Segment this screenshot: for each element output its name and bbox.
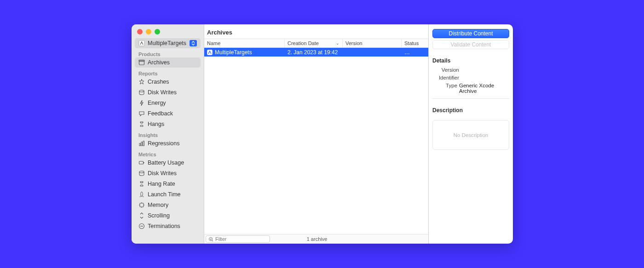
sidebar-item-archives[interactable]: Archives: [135, 57, 201, 68]
archive-icon: [138, 59, 145, 66]
sidebar-item-terminations[interactable]: Terminations: [135, 221, 201, 231]
disk-icon: [138, 89, 145, 96]
table-body: MultipleTargets 2. Jan 2023 at 19:42 …: [204, 48, 428, 234]
archives-pane: Archives Name Creation Date ⌄ Version St…: [204, 24, 429, 244]
column-header-date[interactable]: Creation Date ⌄: [285, 39, 343, 47]
sidebar-item-label: Memory: [148, 202, 168, 208]
sidebar-item-label: Launch Time: [148, 191, 181, 198]
column-header-date-label: Creation Date: [288, 40, 319, 46]
svg-rect-8: [144, 162, 144, 163]
sidebar-item-memory[interactable]: Memory: [135, 200, 201, 210]
sidebar-group-metrics: Metrics: [132, 149, 204, 158]
sidebar-item-label: Feedback: [148, 110, 173, 117]
table-header-row: Name Creation Date ⌄ Version Status: [204, 39, 428, 48]
sidebar-item-label: Disk Writes: [148, 170, 177, 177]
column-header-name[interactable]: Name: [204, 39, 285, 47]
app-icon: [207, 50, 213, 55]
window-controls: [132, 27, 204, 38]
row-name: MultipleTargets: [215, 49, 252, 56]
svg-rect-4: [139, 143, 141, 146]
sidebar-item-hangs[interactable]: Hangs: [135, 119, 201, 129]
sidebar-item-label: Battery Usage: [148, 160, 184, 166]
hourglass-icon: [138, 121, 145, 127]
sidebar-item-regressions[interactable]: Regressions: [135, 138, 201, 148]
details-section-header: Details: [432, 57, 509, 65]
table-footer: 1 archive: [204, 234, 428, 244]
sidebar-item-disk-writes-metrics[interactable]: Disk Writes: [135, 168, 201, 178]
chip-icon: [138, 202, 145, 208]
svg-point-3: [139, 90, 144, 92]
filter-icon: [208, 237, 213, 242]
sidebar-item-label: Hang Rate: [148, 181, 175, 187]
validate-content-button[interactable]: Validate Content: [432, 40, 509, 49]
sidebar: MultipleTargets Products Archives Report…: [132, 24, 204, 244]
sidebar-group-reports: Reports: [132, 68, 204, 77]
sidebar-item-label: Crashes: [148, 79, 169, 85]
close-button[interactable]: [137, 29, 143, 34]
sidebar-item-hang-rate[interactable]: Hang Rate: [135, 179, 201, 189]
sidebar-item-feedback[interactable]: Feedback: [135, 108, 201, 119]
description-section-header: Description: [432, 107, 509, 114]
page-title: Archives: [204, 24, 428, 39]
detail-identifier-value: [459, 75, 461, 80]
speech-icon: [138, 110, 145, 117]
detail-type-value: Generic Xcode Archive: [457, 83, 509, 94]
sidebar-item-scrolling[interactable]: Scrolling: [135, 211, 201, 221]
details-pane: Distribute Content Validate Content Deta…: [429, 24, 513, 244]
sidebar-item-label: Hangs: [148, 121, 164, 127]
minus-circle-icon: [138, 223, 145, 229]
svg-point-9: [139, 171, 144, 173]
column-header-version[interactable]: Version: [343, 39, 402, 47]
bolt-icon: [138, 100, 145, 106]
description-placeholder: No Description: [454, 132, 488, 138]
detail-identifier: Identifier: [432, 75, 509, 80]
detail-type-label: Type: [432, 83, 457, 94]
detail-type: Type Generic Xcode Archive: [432, 83, 509, 94]
project-popup-arrows[interactable]: [190, 40, 197, 46]
sidebar-item-launch-time[interactable]: Launch Time: [135, 189, 201, 200]
sidebar-item-label: Scrolling: [148, 212, 170, 219]
hourglass-icon: [138, 181, 145, 187]
sidebar-item-label: Terminations: [148, 223, 180, 229]
disk-icon: [138, 170, 145, 177]
svg-rect-5: [141, 142, 143, 146]
zoom-button[interactable]: [155, 29, 160, 34]
organizer-window: MultipleTargets Products Archives Report…: [132, 24, 513, 244]
detail-version: Version: [432, 67, 509, 73]
distribute-content-button[interactable]: Distribute Content: [432, 29, 509, 38]
row-status: …: [402, 49, 428, 56]
project-selector[interactable]: MultipleTargets: [135, 38, 201, 48]
bars-icon: [138, 140, 145, 147]
sidebar-item-battery[interactable]: Battery Usage: [135, 158, 201, 168]
svg-rect-6: [143, 141, 144, 146]
row-date: 2. Jan 2023 at 19:42: [285, 49, 343, 56]
sidebar-item-label: Archives: [148, 59, 170, 66]
detail-version-value: [459, 67, 461, 73]
filter-field[interactable]: [206, 235, 270, 243]
sidebar-group-insights: Insights: [132, 130, 204, 138]
sidebar-group-products: Products: [132, 49, 204, 57]
project-name: MultipleTargets: [148, 40, 186, 46]
minimize-button[interactable]: [146, 29, 151, 34]
svg-rect-10: [140, 203, 144, 207]
column-header-status[interactable]: Status: [402, 39, 428, 47]
battery-icon: [138, 160, 145, 166]
sidebar-item-disk-writes-reports[interactable]: Disk Writes: [135, 87, 201, 97]
sidebar-item-crashes[interactable]: Crashes: [135, 77, 201, 87]
sidebar-item-energy[interactable]: Energy: [135, 98, 201, 108]
scroll-icon: [138, 212, 145, 219]
sidebar-item-label: Disk Writes: [148, 89, 177, 96]
sort-indicator-icon: ⌄: [336, 41, 339, 46]
divider: [432, 98, 509, 99]
spark-icon: [138, 79, 145, 85]
description-field[interactable]: No Description: [432, 120, 509, 150]
detail-version-label: Version: [432, 67, 459, 73]
filter-input[interactable]: [215, 236, 279, 242]
sidebar-item-label: Energy: [148, 100, 166, 106]
sidebar-item-label: Regressions: [148, 140, 179, 147]
table-row[interactable]: MultipleTargets 2. Jan 2023 at 19:42 …: [204, 48, 428, 57]
archive-count: 1 archive: [270, 236, 364, 242]
rocket-icon: [138, 191, 145, 198]
svg-rect-7: [139, 161, 144, 164]
svg-line-15: [212, 240, 213, 241]
